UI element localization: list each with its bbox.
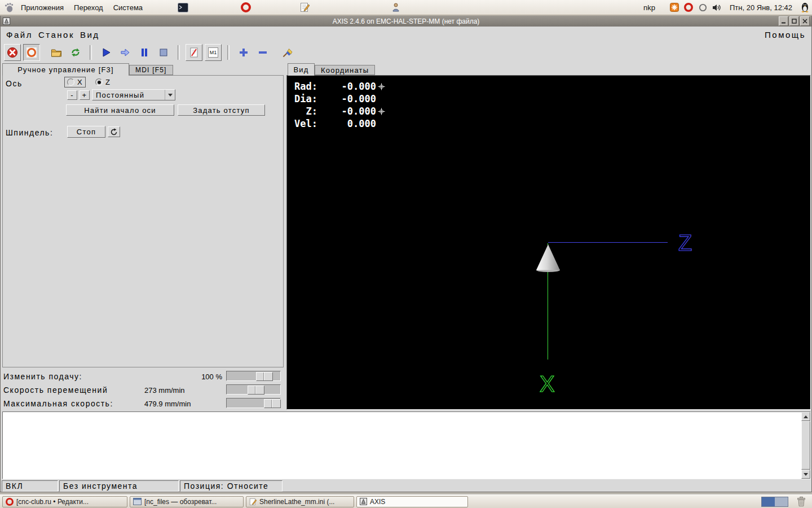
stop-button[interactable] [155, 44, 172, 61]
zoom-out-button[interactable] [254, 44, 271, 61]
zoom-out-icon [257, 47, 268, 58]
menu-help[interactable]: Помощь [765, 30, 806, 40]
touch-off-button[interactable]: Задать отступ [178, 104, 265, 116]
workspace-switcher[interactable] [761, 497, 788, 507]
workspace-2[interactable] [775, 497, 788, 506]
open-file-button[interactable] [48, 44, 65, 61]
terminal-launcher-icon[interactable] [177, 2, 188, 13]
slider-handle[interactable] [248, 386, 264, 395]
axis-z-label: Z [105, 78, 111, 86]
optional-pause-toggle[interactable]: M1 [205, 44, 222, 61]
system-menu[interactable]: Система [113, 3, 143, 12]
scrollbar-thumb[interactable] [801, 421, 810, 470]
jog-minus-button[interactable]: - [67, 90, 77, 100]
spindle-stop-button[interactable]: Стоп [67, 126, 105, 138]
chevron-down-icon [165, 90, 175, 100]
taskbar-button-file-manager[interactable]: [nc_files — обозреват... [130, 496, 244, 507]
clock[interactable]: Птн, 20 Янв, 12:42 [730, 3, 792, 12]
titlebar[interactable]: AXIS 2.4.6 on EMC-HAL-STEP-MM (нет файла… [1, 16, 811, 27]
slider-handle[interactable] [264, 399, 281, 408]
volume-icon[interactable] [712, 3, 722, 12]
manual-control-panel: Ось X Z - + Постоянный Найти начало оси … [2, 75, 284, 367]
menu-file[interactable]: Файл [6, 30, 33, 40]
slider-handle[interactable] [256, 372, 273, 381]
gnome-foot-icon[interactable] [3, 2, 15, 13]
jog-mode-select[interactable]: Постоянный [92, 89, 175, 100]
gnome-panel: Приложения Переход Система nkp [0, 0, 812, 15]
jog-speed-value: 273 mm/min [144, 386, 185, 395]
menu-view[interactable]: Вид [80, 30, 100, 40]
axis-x-label: X [77, 78, 83, 86]
dro-row-dia: Dia: -0.000 [290, 93, 376, 105]
run-icon [100, 47, 112, 58]
update-notifier-icon[interactable] [670, 3, 679, 12]
trash-icon[interactable] [796, 496, 806, 507]
m1-icon: M1 [208, 47, 219, 58]
tool-cone [535, 243, 561, 273]
tux-icon[interactable] [800, 3, 810, 12]
preview-canvas[interactable]: Rad: -0.000 Dia: -0.000 Z: -0.000 Vel: 0… [286, 75, 811, 410]
axis-x-radio[interactable]: X [65, 77, 85, 87]
max-velocity-slider[interactable] [226, 398, 281, 408]
jog-speed-slider[interactable] [226, 384, 281, 395]
mouse-tray-icon[interactable] [698, 3, 708, 12]
editor-icon [249, 498, 257, 506]
axis-window-icon [3, 17, 10, 25]
tab-mdi[interactable]: MDI [F5] [129, 65, 173, 75]
clear-plot-button[interactable] [279, 44, 296, 61]
max-velocity-row: Максимальная скорость: 479.9 mm/min [1, 397, 283, 410]
x-axis-label: X [536, 368, 566, 400]
tab-preview[interactable]: Вид [288, 63, 315, 76]
taskbar-button-editor[interactable]: SherlineLathe_mm.ini (... [246, 496, 354, 507]
zoom-in-button[interactable] [235, 44, 252, 61]
maximize-button[interactable] [789, 16, 799, 26]
opera-tray-icon[interactable] [684, 3, 694, 12]
z-axis-label: Z [675, 227, 704, 259]
tab-manual-control[interactable]: Ручное управление [F3] [2, 63, 129, 76]
close-button[interactable] [800, 16, 810, 26]
block-delete-icon [189, 47, 199, 58]
taskbar-button-opera[interactable]: [cnc-club.ru • Редакти... [2, 496, 127, 507]
dro-label: Rad: [290, 81, 317, 92]
minimize-button[interactable] [779, 16, 788, 26]
workspace-1[interactable] [762, 497, 775, 506]
text-editor-launcher-icon[interactable] [299, 2, 310, 13]
svg-text:X: X [540, 371, 555, 396]
opera-launcher-icon[interactable] [240, 2, 251, 13]
machine-power-button[interactable] [23, 44, 40, 61]
feed-override-label: Изменить подачу: [3, 372, 82, 381]
history-scrollbar[interactable] [801, 412, 810, 479]
jog-speed-label: Скорость перемещений [3, 386, 108, 395]
spindle-label: Шпиндель: [6, 128, 53, 137]
scroll-up-icon[interactable] [801, 412, 810, 421]
tab-dro[interactable]: Координаты [315, 65, 375, 75]
axis-icon [360, 498, 367, 505]
jog-plus-button[interactable]: + [80, 90, 90, 100]
applications-menu[interactable]: Приложения [21, 3, 64, 12]
block-delete-toggle[interactable] [186, 44, 202, 61]
pause-button[interactable] [136, 44, 153, 61]
taskbar-button-label: SherlineLathe_mm.ini (... [259, 498, 334, 506]
step-button[interactable] [117, 44, 134, 61]
axis-z-radio[interactable]: Z [93, 77, 113, 87]
scroll-down-icon[interactable] [801, 470, 810, 479]
history-area[interactable] [2, 411, 811, 479]
reload-button[interactable] [67, 44, 84, 61]
run-button[interactable] [98, 44, 114, 61]
estop-button[interactable] [4, 44, 21, 61]
taskbar-button-axis[interactable]: AXIS [356, 496, 468, 507]
dro-value: -0.000 [317, 93, 376, 104]
places-menu[interactable]: Переход [74, 3, 103, 12]
feed-override-slider[interactable] [226, 371, 281, 381]
app-launcher-icon[interactable] [390, 2, 401, 13]
home-axis-button[interactable]: Найти начало оси [66, 104, 174, 116]
menu-machine[interactable]: Станок [38, 30, 74, 40]
step-arrow-icon [120, 47, 131, 58]
spindle-reverse-button[interactable] [108, 126, 120, 137]
taskbar-button-label: [nc_files — обозреват... [144, 498, 217, 506]
open-folder-icon [51, 47, 62, 58]
toolbar-separator [178, 45, 180, 60]
toolbar-separator [227, 45, 230, 60]
status-tool: Без инструмента [59, 480, 179, 492]
taskbar: [cnc-club.ru • Редакти... [nc_files — об… [0, 494, 812, 508]
